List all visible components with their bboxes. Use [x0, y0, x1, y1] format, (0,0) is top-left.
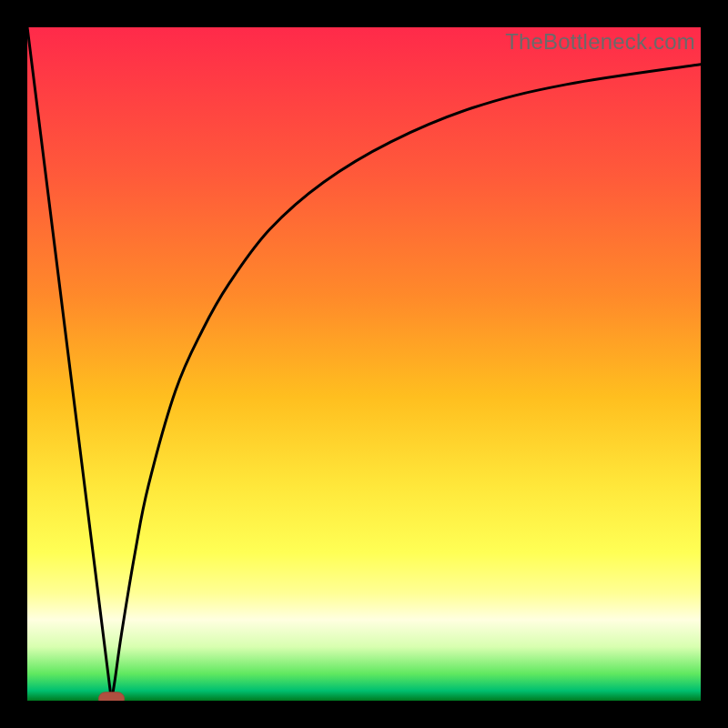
plot-area: TheBottleneck.com — [27, 27, 701, 701]
curve-right-branch — [112, 65, 702, 701]
chart-frame: TheBottleneck.com — [0, 0, 728, 728]
min-marker — [99, 693, 125, 701]
curve-left-branch — [27, 27, 112, 701]
chart-svg — [27, 27, 701, 701]
